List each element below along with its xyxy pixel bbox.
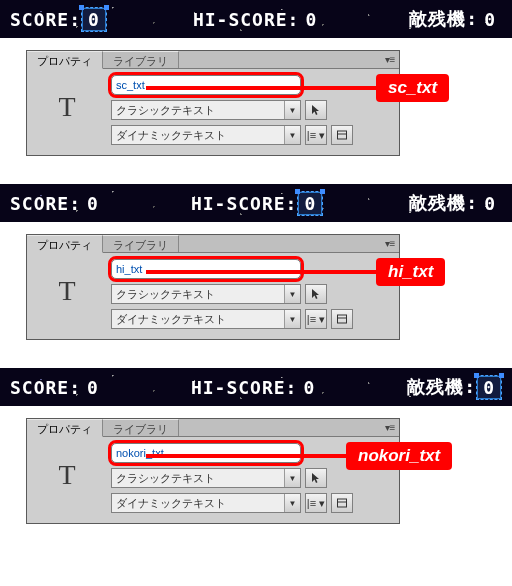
chevron-down-icon: ▼ (284, 285, 300, 303)
hud-score-label: SCORE: (10, 193, 81, 214)
panel-tabs: プロパティ ライブラリ ▾≡ (27, 235, 399, 253)
hud-nokori-value: 0 (478, 8, 502, 31)
chevron-down-icon: ▼ (284, 101, 300, 119)
hud-score: SCORE: 0 (10, 7, 107, 32)
chevron-down-icon: ▼ (284, 310, 300, 328)
panel-tabs: プロパティ ライブラリ ▾≡ (27, 419, 399, 437)
text-engine-label: クラシックテキスト (112, 469, 284, 488)
tab-library[interactable]: ライブラリ (103, 235, 179, 252)
hud-hiscore: HI-SCORE: 0 (191, 376, 321, 399)
hud-score: SCORE: 0 (10, 192, 105, 215)
game-hud: SCORE: 0 HI-SCORE: 0 敵残機: 0 (0, 184, 512, 222)
pointer-icon[interactable] (305, 468, 327, 488)
hud-hiscore-label: HI-SCORE: (191, 193, 298, 214)
hud-nokori-label: 敵残機: (409, 191, 478, 215)
tab-properties[interactable]: プロパティ (27, 235, 103, 253)
orientation-icon[interactable]: |≡ ▾ (305, 125, 327, 145)
panel-menu-icon[interactable]: ▾≡ (381, 235, 399, 252)
orientation-icon[interactable]: |≡ ▾ (305, 493, 327, 513)
text-engine-label: クラシックテキスト (112, 101, 284, 120)
text-kind-label: ダイナミックテキスト (112, 494, 284, 513)
text-kind-label: ダイナミックテキスト (112, 126, 284, 145)
svg-rect-0 (338, 131, 347, 139)
properties-panel: プロパティ ライブラリ ▾≡ T クラシックテキスト ▼ (26, 50, 400, 156)
chevron-down-icon: ▼ (284, 494, 300, 512)
hud-hiscore-value[interactable]: 0 (297, 191, 323, 216)
hud-nokori-label: 敵残機: (407, 375, 476, 399)
hud-nokori-value: 0 (478, 192, 502, 215)
text-type-icon: T (58, 275, 75, 307)
hud-score-value: 0 (81, 376, 105, 399)
pointer-icon[interactable] (305, 100, 327, 120)
hud-nokori-label: 敵残機: (409, 7, 478, 31)
text-engine-label: クラシックテキスト (112, 285, 284, 304)
embedding-icon[interactable] (331, 309, 353, 329)
panel-menu-icon[interactable]: ▾≡ (381, 51, 399, 68)
hud-score-label: SCORE: (10, 377, 81, 398)
hud-hiscore-label: HI-SCORE: (193, 9, 300, 30)
properties-panel: プロパティ ライブラリ ▾≡ T クラシックテキスト ▼ (26, 418, 400, 524)
game-hud: SCORE: 0 HI-SCORE: 0 敵残機: 0 (0, 368, 512, 406)
tab-properties[interactable]: プロパティ (27, 51, 103, 69)
pointer-icon[interactable] (305, 284, 327, 304)
hud-hiscore: HI-SCORE: 0 (191, 191, 323, 216)
svg-rect-2 (338, 499, 347, 507)
text-type-icon: T (58, 91, 75, 123)
hud-nokori-value[interactable]: 0 (476, 375, 502, 400)
panel-tabs: プロパティ ライブラリ ▾≡ (27, 51, 399, 69)
chevron-down-icon: ▼ (284, 469, 300, 487)
embedding-icon[interactable] (331, 125, 353, 145)
properties-panel: プロパティ ライブラリ ▾≡ T クラシックテキスト ▼ (26, 234, 400, 340)
text-kind-combo[interactable]: ダイナミックテキスト ▼ (111, 309, 301, 329)
text-engine-combo[interactable]: クラシックテキスト ▼ (111, 100, 301, 120)
instance-name-input[interactable] (111, 75, 301, 95)
hud-score: SCORE: 0 (10, 376, 105, 399)
text-engine-combo[interactable]: クラシックテキスト ▼ (111, 468, 301, 488)
tab-library[interactable]: ライブラリ (103, 51, 179, 68)
hud-score-value[interactable]: 0 (81, 7, 107, 32)
orientation-icon[interactable]: |≡ ▾ (305, 309, 327, 329)
panel-menu-icon[interactable]: ▾≡ (381, 419, 399, 436)
chevron-down-icon: ▼ (284, 126, 300, 144)
text-kind-combo[interactable]: ダイナミックテキスト ▼ (111, 125, 301, 145)
hud-nokori: 敵残機: 0 (407, 375, 502, 400)
hud-hiscore-label: HI-SCORE: (191, 377, 298, 398)
game-hud: SCORE: 0 HI-SCORE: 0 敵残機: 0 (0, 0, 512, 38)
hud-score-value: 0 (81, 192, 105, 215)
hud-hiscore-value: 0 (297, 376, 321, 399)
hud-hiscore: HI-SCORE: 0 (193, 8, 323, 31)
text-engine-combo[interactable]: クラシックテキスト ▼ (111, 284, 301, 304)
text-kind-label: ダイナミックテキスト (112, 310, 284, 329)
tab-properties[interactable]: プロパティ (27, 419, 103, 437)
hud-nokori: 敵残機: 0 (409, 191, 502, 215)
tab-library[interactable]: ライブラリ (103, 419, 179, 436)
hud-nokori: 敵残機: 0 (409, 7, 502, 31)
text-kind-combo[interactable]: ダイナミックテキスト ▼ (111, 493, 301, 513)
hud-score-label: SCORE: (10, 9, 81, 30)
embedding-icon[interactable] (331, 493, 353, 513)
instance-name-input[interactable] (111, 443, 301, 463)
hud-hiscore-value: 0 (299, 8, 323, 31)
svg-rect-1 (338, 315, 347, 323)
text-type-icon: T (58, 459, 75, 491)
instance-name-input[interactable] (111, 259, 301, 279)
